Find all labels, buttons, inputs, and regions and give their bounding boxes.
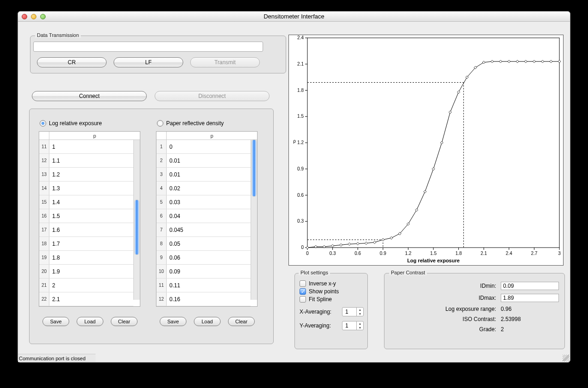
row-number: 19 [39, 251, 49, 264]
clear-button[interactable]: Clear [111, 317, 138, 326]
y-averaging-stepper[interactable]: 1 ▲▼ [342, 321, 364, 330]
table-row[interactable]: 110.11 [156, 279, 251, 292]
resize-grip-icon[interactable] [563, 355, 569, 361]
minimize-icon[interactable] [31, 14, 36, 19]
zoom-icon[interactable] [40, 14, 46, 19]
checkbox-inverse-xy[interactable]: Inverse x-y [300, 280, 364, 287]
table-row[interactable]: 161.5 [39, 209, 133, 223]
load-button[interactable]: Load [77, 317, 103, 326]
table-cell[interactable]: 1.2 [49, 168, 133, 181]
table-cell[interactable]: 0.04 [167, 209, 251, 223]
table-row[interactable]: 60.04 [156, 209, 251, 223]
chevron-down-icon[interactable]: ▼ [357, 312, 363, 316]
table-row[interactable]: 80.05 [156, 237, 251, 251]
table-row[interactable]: 50.03 [156, 195, 251, 209]
table-row[interactable]: 20.01 [156, 154, 251, 168]
close-icon[interactable] [22, 14, 27, 19]
disconnect-button[interactable]: Disconnect [155, 91, 270, 101]
table-row[interactable]: 141.3 [39, 182, 133, 195]
table-cell[interactable]: 1.3 [49, 182, 133, 195]
iso-contrast-label: ISO Contrast: [395, 316, 496, 322]
table-row[interactable]: 30.01 [156, 168, 251, 182]
table-cell[interactable]: 0.09 [167, 265, 251, 278]
table-row[interactable]: 120.16 [156, 292, 251, 306]
chart-svg: 00.30.60.91.21.51.82.12.42.7300.30.60.91… [288, 35, 564, 266]
svg-text:2.7: 2.7 [531, 251, 537, 256]
chevron-down-icon[interactable]: ▼ [357, 326, 363, 330]
table-row[interactable]: 181.7 [39, 237, 133, 251]
table-cell[interactable]: 0.01 [167, 168, 251, 181]
svg-text:2.4: 2.4 [297, 35, 304, 40]
table-cell[interactable]: 1.4 [49, 195, 133, 209]
table-row[interactable]: 111 [39, 140, 133, 154]
table-cell[interactable]: 0 [167, 140, 251, 153]
table-cell[interactable]: 0.03 [167, 195, 251, 209]
table-row[interactable]: 151.4 [39, 195, 133, 209]
table-cell[interactable]: 0.01 [167, 154, 251, 167]
table-cell[interactable]: 0.045 [167, 223, 251, 236]
table-cell[interactable]: 0.16 [167, 292, 251, 306]
table-cell[interactable]: 1.5 [49, 209, 133, 223]
idmax-field[interactable]: 1.89 [501, 294, 559, 302]
table-paper-density[interactable]: p 1020.0130.0140.0250.0360.0470.04580.05… [156, 131, 258, 307]
paper-contrast-legend: Paper Contrast [389, 270, 427, 275]
table-cell[interactable]: 0.05 [167, 237, 251, 250]
table-row[interactable]: 131.2 [39, 168, 133, 182]
table-row[interactable]: 70.045 [156, 223, 251, 237]
row-number: 12 [156, 292, 167, 306]
row-number: 4 [156, 182, 167, 195]
table-row[interactable]: 171.6 [39, 223, 133, 237]
table-row[interactable]: 10 [156, 140, 251, 154]
table-cell[interactable]: 1.7 [49, 237, 133, 250]
scrollbar[interactable] [133, 140, 140, 300]
connect-button[interactable]: Connect [32, 91, 147, 101]
scrollbar[interactable] [251, 140, 257, 300]
table-cell[interactable]: 2.1 [49, 292, 133, 306]
table-cell[interactable]: 0.11 [167, 279, 251, 292]
scrollbar-thumb[interactable] [252, 140, 256, 196]
svg-text:2.4: 2.4 [506, 251, 512, 256]
svg-text:0.6: 0.6 [354, 251, 361, 256]
transmit-button[interactable]: Transmit [190, 57, 260, 67]
table-cell[interactable]: 0.06 [167, 251, 251, 264]
lf-button[interactable]: LF [114, 57, 183, 67]
table-log-exposure[interactable]: p 111121.1131.2141.3151.4161.5171.6181.7… [39, 131, 140, 307]
table-cell[interactable]: 1.6 [49, 223, 133, 236]
table-row[interactable]: 201.9 [39, 265, 133, 279]
chevron-up-icon[interactable]: ▲ [357, 308, 363, 312]
save-button[interactable]: Save [42, 317, 69, 326]
scrollbar-thumb[interactable] [135, 200, 139, 255]
table-row[interactable]: 222.1 [39, 292, 133, 306]
radio-paper-density[interactable]: Paper reflective density [157, 120, 224, 127]
svg-text:2.1: 2.1 [297, 61, 304, 67]
table-row[interactable]: 40.02 [156, 182, 251, 195]
idmin-field[interactable]: 0.09 [501, 282, 559, 290]
table-cell[interactable]: 1.1 [49, 154, 133, 167]
table-cell[interactable]: 1 [49, 140, 133, 153]
table-row[interactable]: 121.1 [39, 154, 133, 168]
radio-log-exposure[interactable]: Log relative exposure [40, 120, 102, 127]
save-button[interactable]: Save [160, 317, 186, 326]
svg-rect-0 [307, 38, 559, 248]
table-cell[interactable]: 1.9 [49, 265, 133, 278]
cr-button[interactable]: CR [37, 57, 107, 67]
table-row[interactable]: 90.06 [156, 251, 251, 265]
clear-button[interactable]: Clear [228, 317, 255, 326]
checkbox-fit-spline[interactable]: Fit Spline [300, 296, 364, 303]
chevron-up-icon[interactable]: ▲ [357, 321, 363, 326]
row-number: 5 [156, 195, 167, 209]
svg-text:1.5: 1.5 [297, 114, 304, 119]
transmission-input[interactable] [33, 42, 263, 52]
x-averaging-stepper[interactable]: 1 ▲▼ [342, 307, 364, 316]
table-row[interactable]: 212 [39, 279, 133, 292]
table-cell[interactable]: 1.8 [49, 251, 133, 264]
load-button[interactable]: Load [194, 317, 221, 326]
checkbox-show-points[interactable]: Show points [300, 288, 364, 295]
table-cell[interactable]: 2 [49, 279, 133, 292]
table-cell[interactable]: 0.02 [167, 182, 251, 195]
iso-contrast-value: 2.53998 [501, 316, 559, 322]
table-row[interactable]: 100.09 [156, 265, 251, 279]
checkbox-icon [300, 288, 306, 295]
checkbox-icon [300, 280, 306, 287]
table-row[interactable]: 191.8 [39, 251, 133, 265]
